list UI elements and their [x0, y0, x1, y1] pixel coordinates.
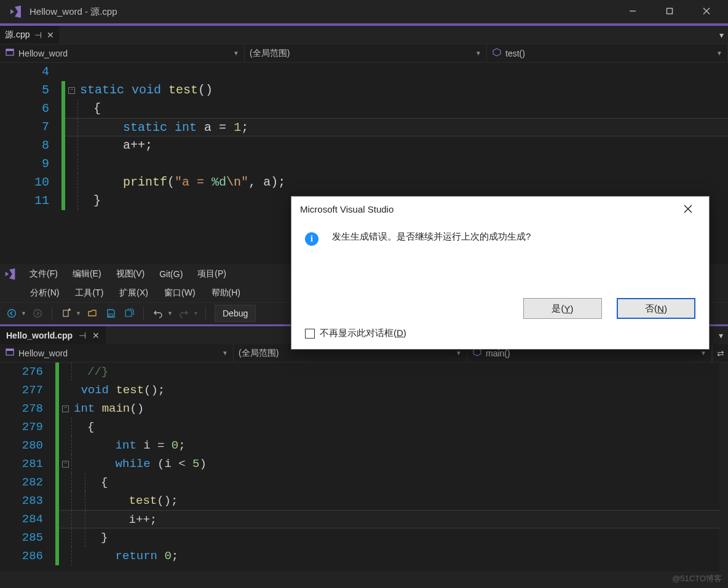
project-icon [5, 47, 15, 59]
line-number: 279 [0, 418, 55, 436]
nav-forward-button[interactable] [30, 305, 46, 321]
chevron-down-icon[interactable]: ▼ [193, 310, 199, 316]
menu-analyze[interactable]: 分析(N) [22, 285, 67, 301]
titlebar[interactable]: Hellow_word - 源.cpp [0, 0, 728, 23]
build-error-dialog: Microsoft Visual Studio i 发生生成错误。是否继续并运行… [291, 196, 710, 350]
project-combo[interactable]: Hellow_word ▼ [0, 344, 234, 362]
line-number: 8 [0, 136, 61, 155]
dialog-titlebar[interactable]: Microsoft Visual Studio [291, 197, 709, 221]
maximize-button[interactable] [659, 7, 680, 17]
svg-point-7 [34, 310, 42, 318]
tab-close-icon[interactable]: ✕ [47, 30, 54, 40]
save-button[interactable] [103, 305, 119, 321]
dont-show-again-checkbox[interactable] [305, 329, 315, 339]
member-combo[interactable]: test() ▼ [487, 44, 728, 62]
line-number: 10 [0, 173, 61, 192]
method-icon [492, 47, 502, 59]
chevron-down-icon: ▼ [700, 350, 706, 356]
fold-toggle-icon[interactable]: − [62, 406, 69, 412]
chevron-down-icon[interactable]: ▼ [21, 310, 27, 316]
menu-git[interactable]: Git(G) [152, 267, 190, 281]
member-combo-label: test() [505, 49, 713, 58]
line-number: 277 [0, 381, 55, 399]
line-number: 5 [0, 81, 61, 100]
chevron-down-icon: ▼ [716, 50, 722, 57]
svg-rect-5 [6, 49, 14, 51]
redo-button[interactable] [176, 305, 192, 321]
svg-rect-11 [6, 349, 14, 351]
menu-help[interactable]: 帮助(H) [204, 285, 248, 301]
line-number: 285 [0, 528, 55, 547]
save-all-button[interactable] [121, 305, 137, 321]
line-number: 286 [0, 547, 55, 565]
line-number: 4 [0, 63, 61, 81]
svg-point-6 [8, 310, 16, 318]
minimize-button[interactable] [622, 7, 643, 17]
line-number: 276 [0, 363, 55, 381]
pin-icon[interactable]: ⊣ [79, 331, 86, 340]
tab-label: 源.cpp [5, 29, 30, 41]
configuration-combo[interactable]: Debug [215, 305, 256, 322]
svg-rect-8 [63, 310, 68, 316]
vertical-scrollbar[interactable] [719, 363, 728, 571]
dialog-message: 发生生成错误。是否继续并运行上次的成功生成? [332, 231, 531, 293]
dialog-close-button[interactable] [676, 200, 700, 218]
window-controls [622, 7, 723, 17]
vs-logo-icon [9, 4, 23, 19]
line-number: 282 [0, 473, 55, 492]
undo-button[interactable] [150, 305, 166, 321]
watermark: @51CTO博客 [672, 573, 722, 584]
project-combo[interactable]: Hellow_word ▼ [0, 44, 245, 62]
open-file-button[interactable] [84, 305, 100, 321]
project-combo-label: Hellow_word [18, 49, 229, 58]
project-icon [5, 347, 15, 359]
document-tabs: 源.cpp ⊣ ✕ ▾ [0, 26, 728, 44]
svg-rect-1 [667, 9, 673, 14]
new-item-button[interactable] [58, 305, 74, 321]
menu-extensions[interactable]: 扩展(X) [111, 285, 156, 301]
navigation-bar: Hellow_word ▼ (全局范围) ▼ test() ▼ [0, 44, 728, 63]
close-button[interactable] [696, 7, 717, 17]
pin-icon[interactable]: ⊣ [34, 30, 42, 40]
chevron-down-icon[interactable]: ▼ [167, 310, 173, 316]
chevron-down-icon[interactable]: ▼ [76, 310, 82, 316]
swap-icon[interactable]: ⇄ [712, 344, 728, 362]
menu-window[interactable]: 窗口(W) [156, 285, 204, 301]
menu-project[interactable]: 项目(P) [190, 266, 234, 282]
chevron-down-icon: ▼ [475, 50, 481, 57]
scope-combo[interactable]: (全局范围) ▼ [245, 44, 487, 62]
line-number: 278 [0, 399, 55, 418]
line-number: 281 [0, 455, 55, 473]
tab-overflow-icon[interactable]: ▾ [714, 26, 728, 44]
tab-close-icon[interactable]: ✕ [92, 331, 100, 340]
chevron-down-icon: ▼ [233, 50, 239, 57]
fold-toggle-icon[interactable]: − [62, 461, 69, 468]
line-number: 9 [0, 155, 61, 173]
nav-back-button[interactable] [4, 305, 20, 321]
line-number: 11 [0, 192, 61, 210]
fold-toggle-icon[interactable]: − [68, 87, 75, 94]
line-number: 283 [0, 492, 55, 510]
dialog-title-text: Microsoft Visual Studio [300, 204, 394, 214]
line-number: 280 [0, 436, 55, 455]
info-icon: i [305, 232, 318, 246]
yes-button[interactable]: 是(Y) [523, 298, 602, 319]
scope-combo-label: (全局范围) [250, 48, 472, 59]
code-editor-2[interactable]: 276 //} 277 void test(); 278 − int main(… [0, 363, 728, 571]
menu-edit[interactable]: 编辑(E) [65, 266, 109, 282]
vs-logo-icon [4, 267, 17, 281]
menu-tools[interactable]: 工具(T) [67, 285, 111, 301]
document-tab-active[interactable]: 源.cpp ⊣ ✕ [0, 26, 59, 44]
tab-label: Hello_world.cpp [6, 331, 73, 340]
document-tab-active[interactable]: Hello_world.cpp ⊣ ✕ [0, 326, 106, 344]
line-number: 6 [0, 100, 61, 118]
menu-view[interactable]: 视图(V) [109, 266, 152, 282]
no-button[interactable]: 否(N) [617, 298, 695, 319]
tab-overflow-icon[interactable]: ▾ [713, 326, 728, 344]
dont-show-again-label[interactable]: 不再显示此对话框(D) [320, 327, 406, 339]
menu-file[interactable]: 文件(F) [22, 266, 65, 282]
project-combo-label: Hellow_word [18, 348, 218, 358]
chevron-down-icon: ▼ [222, 350, 228, 356]
chevron-down-icon: ▼ [456, 350, 462, 356]
svg-rect-9 [109, 314, 113, 316]
